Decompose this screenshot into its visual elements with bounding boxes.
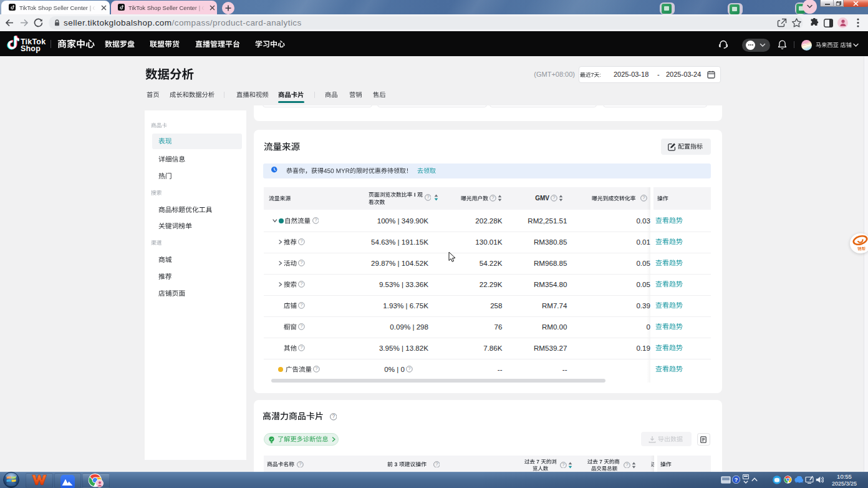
svg-text:?: ?: [300, 281, 303, 286]
svg-text:?: ?: [332, 413, 335, 419]
svg-text:?: ?: [300, 238, 303, 244]
svg-text:?: ?: [314, 217, 317, 223]
svg-text:?: ?: [408, 366, 411, 371]
svg-text:?: ?: [435, 461, 438, 467]
svg-text:?: ?: [625, 462, 629, 467]
svg-text:?: ?: [300, 323, 303, 329]
svg-text:?: ?: [300, 302, 303, 308]
svg-text:?: ?: [300, 344, 303, 350]
svg-text:?: ?: [491, 195, 494, 200]
svg-text:?: ?: [427, 194, 430, 200]
svg-text:?: ?: [552, 195, 556, 200]
svg-text:?: ?: [642, 195, 645, 200]
svg-text:?: ?: [735, 477, 738, 483]
svg-text:?: ?: [300, 260, 303, 265]
svg-text:?: ?: [299, 461, 302, 467]
svg-text:?: ?: [315, 366, 318, 371]
svg-text:?: ?: [562, 462, 565, 467]
